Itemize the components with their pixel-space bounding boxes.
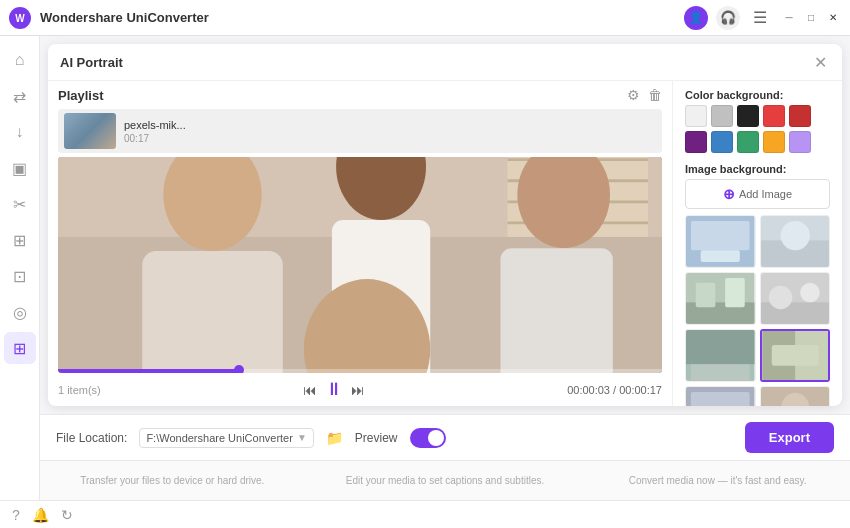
file-path-text: F:\Wondershare UniConverter bbox=[146, 432, 293, 444]
swatch-gray[interactable] bbox=[711, 105, 733, 127]
svg-rect-34 bbox=[761, 302, 829, 324]
image-thumb-8[interactable] bbox=[760, 386, 831, 406]
export-button[interactable]: Export bbox=[745, 422, 834, 453]
playlist-settings-icon[interactable]: ⚙ bbox=[627, 87, 640, 103]
svg-rect-46 bbox=[691, 392, 750, 406]
bottom-hints: Transfer your files to device or hard dr… bbox=[40, 460, 850, 500]
sidebar-item-cut[interactable]: ✂ bbox=[4, 188, 36, 220]
toggle-knob bbox=[428, 430, 444, 446]
svg-rect-22 bbox=[58, 157, 662, 373]
image-thumb-1[interactable] bbox=[685, 215, 756, 268]
prev-button[interactable]: ⏮ bbox=[303, 382, 317, 398]
dialog-close-button[interactable]: ✕ bbox=[810, 52, 830, 72]
content-area: AI Portrait ✕ Playlist ⚙ 🗑 bbox=[40, 36, 850, 500]
preview-toggle[interactable] bbox=[410, 428, 446, 448]
add-image-label: Add Image bbox=[739, 188, 792, 200]
pause-button[interactable]: ⏸ bbox=[325, 379, 343, 400]
swatch-black[interactable] bbox=[737, 105, 759, 127]
image-thumb-4[interactable] bbox=[760, 272, 831, 325]
next-button[interactable]: ⏭ bbox=[351, 382, 365, 398]
svg-rect-31 bbox=[696, 283, 716, 307]
refresh-icon[interactable]: ↻ bbox=[61, 507, 73, 523]
playlist-actions: ⚙ 🗑 bbox=[627, 87, 662, 103]
user-icon[interactable]: 👤 bbox=[684, 6, 708, 30]
headset-icon[interactable]: 🎧 bbox=[716, 6, 740, 30]
swatch-blue[interactable] bbox=[711, 131, 733, 153]
playlist-item-name: pexels-mik... bbox=[124, 119, 186, 131]
image-thumb-6[interactable] bbox=[760, 329, 831, 382]
color-background-label: Color background: bbox=[685, 89, 830, 101]
playlist-items: pexels-mik... 00:17 bbox=[48, 109, 672, 157]
notification-icon[interactable]: 🔔 bbox=[32, 507, 49, 523]
svg-rect-24 bbox=[691, 221, 750, 250]
playlist-delete-icon[interactable]: 🗑 bbox=[648, 87, 662, 103]
help-icon[interactable]: ? bbox=[12, 507, 20, 523]
sidebar-item-convert[interactable]: ⇄ bbox=[4, 80, 36, 112]
image-thumb-2[interactable] bbox=[760, 215, 831, 268]
image-background-label: Image background: bbox=[685, 163, 830, 175]
right-panel: Color background: bbox=[672, 81, 842, 406]
video-progress-fill bbox=[58, 369, 239, 373]
hint-1: Transfer your files to device or hard dr… bbox=[56, 474, 289, 487]
video-controls: 1 item(s) ⏮ ⏸ ⏭ 00:00:03 / 00:00:17 bbox=[48, 373, 672, 406]
dialog-body: Playlist ⚙ 🗑 pexels- bbox=[48, 81, 842, 406]
svg-point-28 bbox=[780, 221, 809, 250]
image-background-section: Image background: ⊕ Add Image bbox=[685, 163, 830, 406]
sidebar-item-merge[interactable]: ⊞ bbox=[4, 224, 36, 256]
swatch-dark-purple[interactable] bbox=[685, 131, 707, 153]
playlist-item-info: pexels-mik... 00:17 bbox=[124, 119, 186, 144]
playlist-title: Playlist bbox=[58, 88, 104, 103]
dialog-header: AI Portrait ✕ bbox=[48, 44, 842, 81]
svg-rect-43 bbox=[771, 345, 818, 366]
video-progress-bar[interactable] bbox=[58, 369, 662, 373]
close-button[interactable]: ✕ bbox=[824, 9, 842, 27]
sidebar-item-home[interactable]: ⌂ bbox=[4, 44, 36, 76]
sidebar-item-watermark[interactable]: ◎ bbox=[4, 296, 36, 328]
folder-browse-icon[interactable]: 📁 bbox=[326, 430, 343, 446]
playlist-header: Playlist ⚙ 🗑 bbox=[48, 81, 672, 109]
swatch-red[interactable] bbox=[763, 105, 785, 127]
bottom-footer: ? 🔔 ↻ bbox=[0, 500, 850, 528]
time-display: 00:00:03 / 00:00:17 bbox=[567, 384, 662, 396]
swatch-light-purple[interactable] bbox=[789, 131, 811, 153]
svg-rect-39 bbox=[691, 364, 750, 381]
file-location-label: File Location: bbox=[56, 431, 127, 445]
list-item[interactable]: pexels-mik... 00:17 bbox=[58, 109, 662, 153]
video-content bbox=[58, 157, 662, 373]
image-thumb-3[interactable] bbox=[685, 272, 756, 325]
image-thumb-7[interactable] bbox=[685, 386, 756, 406]
svg-rect-25 bbox=[701, 250, 740, 262]
sidebar-item-toolbox[interactable]: ⊞ bbox=[4, 332, 36, 364]
sidebar-item-compress[interactable]: ⊡ bbox=[4, 260, 36, 292]
dropdown-arrow-icon[interactable]: ▼ bbox=[297, 432, 307, 443]
items-count: 1 item(s) bbox=[58, 384, 101, 396]
plus-icon: ⊕ bbox=[723, 186, 735, 202]
menu-icon[interactable]: ☰ bbox=[748, 6, 772, 30]
swatch-orange[interactable] bbox=[763, 131, 785, 153]
title-bar: W Wondershare UniConverter 👤 🎧 ☰ ─ □ ✕ bbox=[0, 0, 850, 36]
sidebar-item-download[interactable]: ↓ bbox=[4, 116, 36, 148]
preview-label: Preview bbox=[355, 431, 398, 445]
app-logo: W bbox=[8, 6, 32, 30]
svg-text:W: W bbox=[15, 13, 25, 24]
swatch-dark-red[interactable] bbox=[789, 105, 811, 127]
image-thumb-5[interactable] bbox=[685, 329, 756, 382]
sidebar-item-screen[interactable]: ▣ bbox=[4, 152, 36, 184]
current-time: 00:00:03 bbox=[567, 384, 610, 396]
file-path-display[interactable]: F:\Wondershare UniConverter ▼ bbox=[139, 428, 313, 448]
image-grid bbox=[685, 215, 830, 406]
svg-rect-32 bbox=[725, 278, 745, 307]
add-image-button[interactable]: ⊕ Add Image bbox=[685, 179, 830, 209]
playlist-thumbnail bbox=[64, 113, 116, 149]
swatch-light-gray[interactable] bbox=[685, 105, 707, 127]
app-title: Wondershare UniConverter bbox=[40, 10, 684, 25]
svg-rect-38 bbox=[686, 330, 754, 364]
color-swatches bbox=[685, 105, 830, 153]
minimize-button[interactable]: ─ bbox=[780, 9, 798, 27]
maximize-button[interactable]: □ bbox=[802, 9, 820, 27]
swatch-green[interactable] bbox=[737, 131, 759, 153]
hint-2: Edit your media to set captions and subt… bbox=[329, 474, 562, 487]
video-preview bbox=[58, 157, 662, 373]
dialog-title: AI Portrait bbox=[60, 55, 123, 70]
window-controls: ─ □ ✕ bbox=[780, 9, 842, 27]
